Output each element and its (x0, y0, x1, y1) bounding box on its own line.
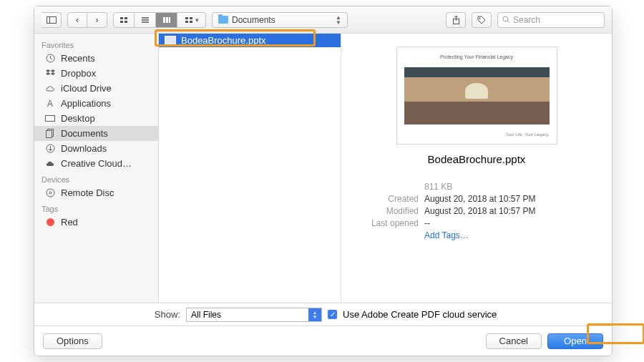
thumb-title: Protecting Your Financial Legacy (404, 54, 550, 59)
list-icon (141, 16, 150, 24)
svg-rect-10 (166, 17, 168, 23)
chevron-right-icon: › (96, 15, 99, 25)
applications-icon: A (44, 99, 56, 108)
body: Favorites Recents Dropbox iCloud Drive A… (34, 34, 612, 303)
tags-button[interactable] (472, 12, 492, 28)
creative-cloud-icon (44, 159, 56, 168)
view-list-button[interactable] (135, 12, 156, 28)
grid-icon (119, 16, 128, 24)
svg-point-28 (47, 189, 54, 197)
svg-rect-9 (163, 17, 165, 23)
updown-icon: ▲▼ (308, 308, 321, 321)
search-placeholder: Search (513, 15, 540, 25)
tag-icon (477, 16, 486, 24)
open-dialog: ‹ › ▾ Documents ▲▼ Search (34, 6, 613, 356)
search-input[interactable]: Search (497, 12, 605, 28)
documents-icon (44, 129, 56, 138)
gallery-icon (185, 16, 193, 24)
modified-value: August 20, 2018 at 10:57 PM (424, 205, 535, 217)
created-label: Created (354, 193, 419, 205)
lastopened-value: -- (424, 217, 430, 230)
share-button[interactable] (446, 12, 466, 28)
file-type-value: All Files (187, 310, 225, 320)
view-gallery-button[interactable]: ▾ (177, 12, 206, 28)
svg-text:A: A (47, 99, 53, 108)
path-popup-button[interactable]: Documents ▲▼ (212, 12, 348, 28)
folder-icon (218, 16, 228, 24)
thumb-image (404, 67, 550, 124)
view-icons-button[interactable] (113, 12, 135, 28)
svg-rect-23 (46, 115, 55, 121)
svg-rect-15 (190, 21, 192, 23)
share-icon (452, 16, 460, 24)
cancel-button[interactable]: Cancel (486, 333, 542, 349)
svg-rect-4 (120, 21, 123, 23)
columns-icon (162, 16, 171, 24)
show-label: Show: (44, 309, 180, 320)
sidebar-head-favorites: Favorites (34, 36, 158, 51)
file-column: BodeaBrochure.pptx (159, 34, 341, 303)
sidebar-item-documents[interactable]: Documents (34, 126, 158, 141)
svg-rect-13 (190, 17, 192, 19)
options-button[interactable]: Options (43, 333, 102, 349)
svg-point-18 (479, 18, 481, 19)
svg-rect-2 (120, 17, 123, 19)
thumb-subtitle: Your Life. Your Legacy. (404, 132, 550, 137)
clock-icon (44, 54, 56, 63)
file-item[interactable]: BodeaBrochure.pptx (159, 34, 341, 47)
file-size: 811 KB (424, 181, 452, 193)
open-button[interactable]: Open (547, 333, 603, 349)
tag-red-icon (44, 217, 56, 227)
search-icon (502, 16, 510, 24)
view-columns-button[interactable] (156, 12, 177, 28)
sidebar-item-icloud[interactable]: iCloud Drive (34, 81, 158, 96)
footer: Options Cancel Open (34, 326, 612, 356)
add-tags-link[interactable]: Add Tags… (424, 230, 469, 242)
svg-rect-12 (185, 17, 188, 19)
downloads-icon (44, 144, 56, 153)
svg-rect-3 (125, 17, 127, 19)
sidebar-icon (47, 16, 57, 24)
show-row: Show: All Files ▲▼ ✓ Use Adobe Create PD… (34, 303, 612, 326)
cloud-service-label: Use Adobe Create PDF cloud service (343, 309, 497, 320)
sidebar-head-devices: Devices (34, 171, 158, 185)
chevron-left-icon: ‹ (76, 15, 79, 25)
svg-rect-5 (125, 21, 127, 23)
file-metadata: 811 KB CreatedAugust 20, 2018 at 10:57 P… (354, 181, 599, 242)
preview-file-name: BodeaBrochure.pptx (428, 153, 526, 165)
pptx-file-icon (165, 36, 176, 45)
svg-rect-14 (185, 21, 188, 23)
chevron-down-icon: ▾ (195, 16, 199, 24)
path-label: Documents (232, 15, 275, 25)
sidebar-item-applications[interactable]: AApplications (34, 96, 158, 111)
sidebar-item-tag-red[interactable]: Red (34, 215, 158, 230)
preview-pane: Protecting Your Financial Legacy Your Li… (341, 34, 612, 303)
sidebar-item-dropbox[interactable]: Dropbox (34, 66, 158, 81)
updown-icon: ▲▼ (336, 15, 341, 25)
sidebar-item-desktop[interactable]: Desktop (34, 111, 158, 126)
svg-rect-25 (46, 131, 52, 138)
svg-line-20 (507, 21, 509, 23)
view-mode-group: ▾ (113, 12, 206, 28)
created-value: August 20, 2018 at 10:57 PM (424, 193, 535, 205)
forward-button[interactable]: › (87, 12, 107, 28)
sidebar-toggle-group (42, 12, 62, 28)
file-type-select[interactable]: All Files ▲▼ (186, 308, 322, 322)
sidebar-head-tags: Tags (34, 200, 158, 215)
cloud-service-checkbox[interactable]: ✓ (328, 310, 337, 319)
sidebar-item-remote-disc[interactable]: Remote Disc (34, 185, 158, 200)
lastopened-label: Last opened (354, 217, 419, 230)
modified-label: Modified (354, 205, 419, 217)
svg-point-19 (503, 16, 508, 21)
sidebar-item-creative-cloud[interactable]: Creative Cloud… (34, 156, 158, 171)
sidebar-item-recents[interactable]: Recents (34, 51, 158, 66)
file-name-label: BodeaBrochure.pptx (181, 35, 266, 46)
preview-thumbnail: Protecting Your Financial Legacy Your Li… (396, 47, 557, 145)
sidebar-toggle-button[interactable] (42, 12, 62, 28)
svg-point-29 (49, 192, 52, 194)
back-button[interactable]: ‹ (67, 12, 87, 28)
sidebar-item-downloads[interactable]: Downloads (34, 141, 158, 156)
svg-rect-0 (47, 16, 56, 23)
disc-icon (44, 188, 56, 197)
svg-rect-11 (169, 17, 170, 23)
